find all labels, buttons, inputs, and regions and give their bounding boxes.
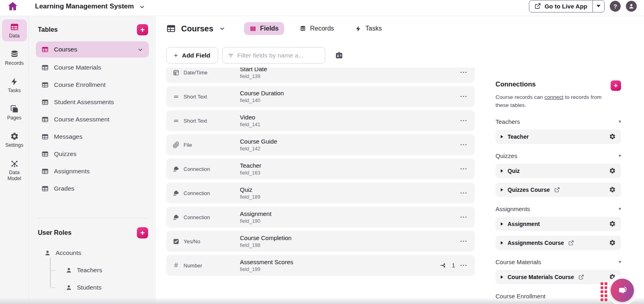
user-avatar-icon: [628, 3, 635, 10]
field-type-label: Date/Time: [184, 70, 207, 76]
field-row-field_141[interactable]: Short TextVideofield_141···: [166, 110, 475, 131]
tab-fields[interactable]: Fields: [244, 22, 284, 35]
table-item-courses[interactable]: Courses: [36, 41, 149, 58]
field-row-actions: 1···: [440, 262, 475, 269]
field-menu-button[interactable]: ···: [460, 190, 468, 196]
field-row-field_142[interactable]: FileCourse Guidefield_142···: [166, 134, 475, 155]
role-item-students[interactable]: Students: [29, 279, 156, 296]
connection-item-assignments-course[interactable]: Assignments Course: [495, 236, 621, 250]
field-menu-button[interactable]: ···: [460, 262, 468, 269]
field-type-label: Yes/No: [184, 238, 200, 244]
connection-group-course-materials[interactable]: Course Materials▾: [495, 259, 621, 265]
caret-right-icon: [501, 135, 503, 138]
table-header: Courses FieldsRecordsTasks: [166, 22, 388, 35]
table-item-course-materials[interactable]: Course Materials: [36, 59, 149, 76]
field-menu-button[interactable]: ···: [460, 214, 468, 220]
caret-right-icon: [501, 188, 503, 191]
table-item-assignments[interactable]: Assignments: [36, 162, 149, 180]
connection-group-assignments[interactable]: Assignments▾: [495, 205, 621, 212]
field-type-calendar-icon: [173, 69, 180, 76]
app-title-chevron-down-icon[interactable]: [139, 4, 145, 10]
field-row-field_139[interactable]: Date/TimeStart Datefield_139···: [166, 68, 475, 83]
connection-item-quiz[interactable]: Quiz: [495, 164, 621, 178]
gear-icon: [10, 132, 19, 141]
connection-item-quizzes-course[interactable]: Quizzes Course: [495, 183, 621, 197]
go-to-live-app-button[interactable]: Go to Live App: [529, 0, 605, 12]
add-connection-button[interactable]: +: [611, 80, 621, 91]
field-row-field_189[interactable]: ConnectionQuizfield_189···: [166, 183, 475, 203]
connections-header: Connections +: [495, 80, 621, 91]
rail-item-tasks[interactable]: Tasks: [2, 74, 27, 96]
database-icon: [299, 25, 306, 32]
field-menu-button[interactable]: ···: [460, 117, 468, 124]
field-row-field_198[interactable]: Yes/NoCourse Completionfield_198···: [166, 231, 475, 252]
field-row-field_190[interactable]: ConnectionAssignmentfield_190···: [166, 207, 475, 228]
field-keys-badge-icon[interactable]: [335, 51, 343, 60]
connection-settings-button[interactable]: [609, 167, 616, 174]
connections-groups: Teachers▾TeacherQuizzes▾QuizQuizzes Cour…: [495, 118, 621, 300]
table-item-student-assessments[interactable]: Student Assessments: [36, 93, 149, 111]
field-row-field_199[interactable]: #NumberAssessment Scoresfield_1991···: [166, 255, 475, 276]
role-item-teachers[interactable]: Teachers: [29, 261, 156, 279]
go-to-live-app-main[interactable]: Go to Live App: [529, 0, 592, 12]
rail-item-data-model[interactable]: Data Model: [2, 156, 27, 184]
field-type: Connection: [166, 166, 235, 173]
main-content: Courses FieldsRecordsTasks + Add Field D…: [156, 16, 644, 304]
go-to-live-app-dropdown[interactable]: [592, 0, 604, 12]
connection-settings-button[interactable]: [609, 186, 616, 193]
field-name: Course Completion: [240, 234, 291, 241]
table-item-messages[interactable]: Messages: [36, 128, 149, 145]
table-item-quizzes[interactable]: Quizzes: [36, 145, 149, 162]
chevron-down-icon[interactable]: [137, 47, 143, 53]
field-menu-button[interactable]: ···: [460, 93, 468, 100]
table-item-label: Courses: [54, 46, 77, 53]
table-icon: [41, 64, 49, 71]
field-row-field_163[interactable]: ConnectionTeacherfield_163···: [166, 158, 475, 179]
connection-settings-button[interactable]: [609, 133, 616, 140]
rail-item-settings[interactable]: Settings: [2, 129, 27, 151]
rail-item-data[interactable]: Data: [2, 19, 27, 41]
table-item-course-assessment[interactable]: Course Assessment: [36, 111, 149, 128]
fields-scroll-area[interactable]: Date/TimeStart Datefield_139···Short Tex…: [166, 68, 475, 279]
chat-launcher-button[interactable]: [611, 279, 634, 302]
home-icon[interactable]: [7, 1, 18, 12]
rail-item-records[interactable]: Records: [2, 47, 27, 69]
widget-dot: [605, 294, 607, 297]
connection-settings-button[interactable]: [609, 220, 616, 227]
table-title: Courses: [181, 24, 213, 33]
field-menu-button[interactable]: ···: [460, 69, 468, 76]
tab-tasks[interactable]: Tasks: [349, 22, 388, 35]
connection-group-teachers[interactable]: Teachers▾: [495, 118, 621, 125]
role-item-accounts[interactable]: Accounts: [29, 244, 156, 261]
connection-item-teacher[interactable]: Teacher: [495, 129, 621, 144]
add-user-role-button[interactable]: +: [137, 227, 148, 238]
field-name: Video: [240, 114, 260, 121]
topbar: Learning Management System Go to Live Ap…: [0, 0, 644, 16]
tables-list: CoursesCourse MaterialsCourse Enrollment…: [29, 41, 156, 197]
rail-item-pages[interactable]: Pages: [2, 101, 27, 123]
connection-group-quizzes[interactable]: Quizzes▾: [495, 152, 621, 159]
table-icon: [166, 24, 176, 33]
add-field-button[interactable]: + Add Field: [166, 47, 218, 64]
table-item-course-enrollment[interactable]: Course Enrollment: [36, 76, 149, 93]
connection-item-assignment[interactable]: Assignment: [495, 217, 621, 231]
filter-fields-input[interactable]: [237, 52, 320, 59]
field-key: field_139: [240, 74, 267, 79]
field-row-field_140[interactable]: Short TextCourse Durationfield_140···: [166, 86, 475, 107]
table-item-grades[interactable]: Grades: [36, 180, 149, 197]
table-title-chevron-down-icon[interactable]: [219, 25, 225, 32]
table-icon: [41, 116, 49, 123]
field-menu-button[interactable]: ···: [460, 166, 468, 172]
connect-link[interactable]: connect: [545, 94, 564, 100]
caret-down-icon: ▾: [619, 153, 621, 158]
add-table-button[interactable]: +: [137, 24, 148, 35]
field-type-checkbox-icon: [173, 238, 180, 245]
account-avatar-button[interactable]: [626, 1, 637, 12]
field-menu-button[interactable]: ···: [460, 142, 468, 148]
help-button[interactable]: ?: [610, 1, 621, 12]
field-menu-button[interactable]: ···: [460, 238, 468, 244]
table-item-label: Grades: [54, 185, 74, 192]
connection-settings-button[interactable]: [609, 239, 616, 246]
caret-down-icon: ▾: [619, 119, 621, 124]
tab-records[interactable]: Records: [294, 22, 340, 35]
